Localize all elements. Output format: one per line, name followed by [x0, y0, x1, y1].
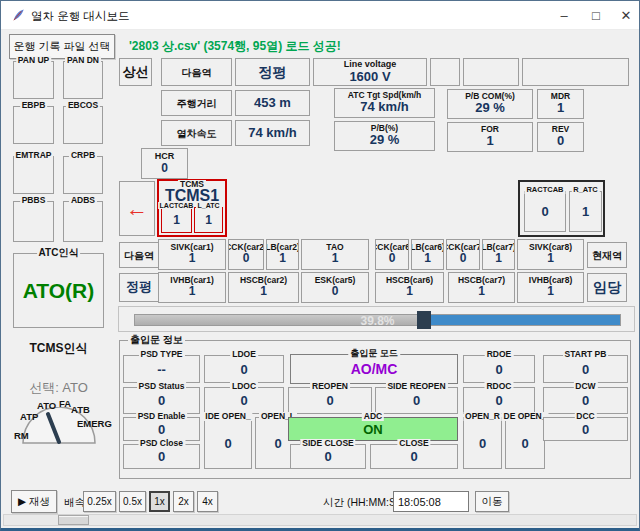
gauge-label-rm: RM [14, 430, 29, 441]
empty-indicator-box [463, 58, 519, 86]
door-info-title: 출입문 정보 [128, 335, 185, 345]
rdoe-cell: RDOE0 [463, 355, 535, 383]
next-station-label-cell: 다음역 [161, 58, 232, 86]
progress-handle[interactable] [417, 311, 431, 329]
line-voltage-cell: Line voltage 1600 V [313, 58, 427, 86]
device-cell: LB(car6)1 [411, 239, 444, 270]
route-progress-track[interactable]: 39.8% [134, 314, 621, 326]
window-title: 열차 운행 대시보드 [31, 9, 129, 24]
adc-value: ON [289, 418, 457, 440]
close-cell: CLOSE0 [370, 444, 458, 469]
current-station-name-cell: 임당 [587, 273, 627, 302]
direction-arrow-cell: ← [119, 181, 155, 236]
ract-block: RACTCAB 0 R_ATC 1 [518, 180, 605, 237]
for-cell: FOR 1 [447, 122, 533, 152]
group-pbbs: PBBS [13, 201, 54, 242]
left-arrow-icon: ← [126, 198, 148, 220]
side-open-left-cell: IDE OPEN_0 [204, 417, 252, 469]
device-cell: CCK(car2)0 [228, 239, 264, 270]
psd-type-cell: PSD TYPE-- [123, 355, 200, 383]
device-cell: CCK(car7)0 [446, 239, 480, 270]
psd-status-cell: PSD Status0 [123, 387, 200, 414]
start-pb-cell: START PB0 [543, 355, 628, 383]
minimize-button[interactable]: – [549, 1, 579, 29]
maximize-button[interactable]: □ [581, 1, 611, 29]
device-cell: IVHB(car1)1 [158, 272, 226, 303]
train-speed-label-cell: 열차속도 [161, 120, 232, 146]
group-crpb: CRPB [63, 156, 103, 194]
group-emtrap-label: EMTRAP [14, 151, 54, 160]
r-atc-cell: R_ATC 1 [569, 191, 602, 232]
gauge-label-ato: ATO [37, 400, 56, 411]
side-open-right-cell: DE OPEN_0 [505, 417, 545, 469]
group-ebcos: EBCOS [63, 106, 103, 144]
gauge-label-atp: ATP [20, 411, 38, 422]
device-cell: LB(car2)1 [266, 239, 299, 270]
ractcab-cell: RACTCAB 0 [524, 191, 566, 232]
group-crpb-label: CRPB [69, 151, 97, 160]
device-cell: SIVK(car8)1 [517, 239, 584, 270]
gauge-label-emerg: EMERG [77, 418, 112, 429]
titlebar: 열차 운행 대시보드 – □ ✕ [1, 1, 639, 30]
device-cell: CCK(car6)0 [375, 239, 409, 270]
device-cell: IVHB(car8)1 [517, 272, 584, 303]
speed-0-5x-button[interactable]: 0.5x [119, 491, 146, 512]
device-cell: SIVK(car1)1 [158, 239, 226, 270]
device-cell: TAO1 [301, 239, 369, 270]
speed-1x-button[interactable]: 1x [149, 491, 170, 512]
distance-value-cell: 453 m [235, 90, 310, 116]
line-direction: 상선 [123, 65, 149, 80]
next-station-name-cell: 정평 [119, 273, 159, 302]
group-pan-up: PAN UP [13, 61, 54, 99]
empty-indicator-box [522, 58, 629, 86]
group-emtrap: EMTRAP [13, 156, 54, 194]
group-pan-up-label: PAN UP [16, 56, 52, 65]
dcc-cell: DCC0 [543, 417, 628, 441]
gauge-label-atb: ATB [71, 404, 90, 415]
speed-0-25x-button[interactable]: 0.25x [83, 491, 116, 512]
mdr-cell: MDR 1 [537, 89, 584, 119]
door-mode-value: AO/MC [291, 355, 457, 383]
train-speed-value-cell: 74 km/h [235, 120, 310, 146]
close-button[interactable]: ✕ [611, 1, 640, 29]
group-pan-dn-label: PAN DN [65, 56, 101, 65]
group-ebcos-label: EBCOS [66, 101, 100, 110]
route-progress-frame: 39.8% [118, 306, 635, 332]
next-station-value-cell: 정평 [235, 58, 310, 86]
device-cell: LB(car7)1 [482, 239, 515, 270]
group-ebpb-label: EBPB [20, 101, 48, 110]
tcms-selection-text: 선택: ATO [13, 379, 104, 397]
group-adbs: ADBS [63, 201, 103, 242]
atc-recognition-group: ATC인식 ATO(R) [13, 253, 104, 328]
scrollbar-thumb[interactable] [58, 515, 89, 525]
load-status-text: '2803 상.csv' (3574행, 95열) 로드 성공! [129, 38, 341, 55]
empty-indicator-box [430, 58, 460, 86]
speed-4x-button[interactable]: 4x [197, 491, 218, 512]
lactcab-cell: LACTCAB 1 [161, 207, 192, 233]
group-pbbs-label: PBBS [20, 196, 48, 205]
progress-percent-text: 39.8% [135, 314, 620, 328]
group-pan-dn: PAN DN [63, 61, 103, 99]
l-atc-cell: L_ATC 1 [194, 207, 223, 233]
device-cell: HSCB(car7)1 [448, 272, 515, 303]
speed-2x-button[interactable]: 2x [173, 491, 194, 512]
ldoc-cell: LDOC0 [204, 387, 284, 414]
play-button[interactable]: ▶ 재생 [11, 490, 57, 513]
pb-cell: P/B(%) 29 % [334, 121, 435, 151]
app-icon [11, 8, 26, 23]
group-ebpb: EBPB [13, 106, 54, 144]
device-cell: ESK(car5)0 [301, 272, 369, 303]
reopen-cell: REOPEN0 [288, 387, 372, 414]
door-mode-cell: 출입문 모드 AO/MC [290, 354, 458, 384]
psd-close-cell: PSD Close0 [123, 444, 200, 469]
tcms-master-block: TCMS TCMS1 LACTCAB 1 L_ATC 1 [157, 179, 227, 237]
tcms-recognition-title: TCMS인식 [13, 342, 104, 355]
group-adbs-label: ADBS [69, 196, 97, 205]
go-button[interactable]: 이동 [475, 491, 509, 512]
distance-label-cell: 주행거리 [161, 90, 232, 116]
gauge-label-fa: FA [59, 398, 71, 409]
horizontal-scrollbar[interactable] [3, 514, 637, 526]
time-input[interactable] [393, 491, 469, 512]
rev-cell: REV 0 [537, 122, 584, 152]
next-station-header: 다음역 [119, 242, 159, 268]
